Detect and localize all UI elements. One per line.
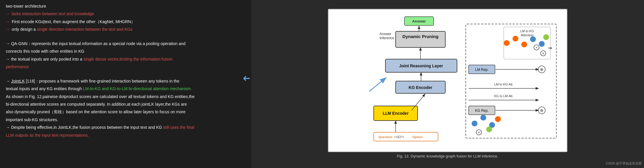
line-5: → QA-GNN：represents the input textual in… — [6, 40, 245, 47]
svg-point-29 — [539, 41, 545, 47]
svg-text:Question: Question — [378, 135, 392, 139]
svg-point-25 — [504, 40, 510, 46]
line-3: → First encode KGs|text, then augment th… — [6, 18, 245, 25]
svg-line-20 — [412, 94, 425, 110]
svg-text:✕: ✕ — [542, 52, 544, 55]
line-2: → lacks interaction between text and kno… — [6, 11, 245, 17]
svg-text:⇒: ⇒ — [548, 45, 552, 51]
svg-rect-21 — [466, 24, 556, 138]
svg-text:LM Rep.: LM Rep. — [475, 68, 488, 72]
blue-arrow-icon: ➜ — [243, 73, 250, 84]
svg-point-28 — [530, 36, 536, 42]
svg-text:LM to KG: LM to KG — [520, 29, 534, 33]
svg-text:Answer: Answer — [412, 19, 426, 23]
svg-text:Answer: Answer — [380, 32, 391, 36]
svg-line-57 — [369, 78, 385, 91]
line-14: important sub-KG structures. — [6, 116, 245, 123]
svg-text:Joint Reasoning Layer: Joint Reasoning Layer — [399, 64, 443, 68]
line-4: → only design a single direction interac… — [6, 26, 245, 32]
svg-text:⊕: ⊕ — [540, 108, 543, 113]
svg-text:LM to KG Att.: LM to KG Att. — [494, 83, 513, 86]
svg-text:Option: Option — [412, 135, 423, 139]
svg-text:Inference: Inference — [380, 36, 394, 40]
svg-text:LLM Encoder: LLM Encoder — [383, 111, 409, 116]
svg-text:✕: ✕ — [535, 46, 538, 49]
svg-point-53 — [495, 116, 501, 122]
line-12: bi-directional attentive scores are comp… — [6, 101, 245, 107]
svg-text:KG Encoder: KG Encoder — [409, 85, 432, 90]
line-6: connects this node with other entities i… — [6, 48, 245, 54]
line-7: → the textual inputs are only pooled int… — [6, 56, 245, 62]
svg-text:<SEP>: <SEP> — [394, 135, 404, 139]
svg-text:KG to LM Att.: KG to LM Att. — [494, 94, 513, 98]
svg-text:KG Rep.: KG Rep. — [475, 109, 489, 113]
svg-text:⊕: ⊕ — [540, 67, 543, 72]
line-13: also dynamically pruned（剪枝）based on the … — [6, 109, 245, 115]
svg-point-26 — [513, 36, 518, 42]
line-11: As shown in Fig. 12,pairwise dotproduct … — [6, 93, 245, 100]
svg-text:✕: ✕ — [478, 131, 480, 134]
svg-point-30 — [543, 34, 549, 40]
right-panel: ➜ Answer Answer Inference Dynamic Prunin… — [251, 0, 644, 168]
svg-point-27 — [521, 42, 527, 47]
svg-point-54 — [486, 126, 492, 132]
watermark: CSDN @不李如这些东西 — [606, 161, 642, 166]
line-16: LLM outputs as the input text representa… — [6, 132, 245, 138]
svg-text:Dynamic Pruning: Dynamic Pruning — [402, 34, 438, 39]
svg-text:Attention: Attention — [521, 33, 533, 37]
svg-point-51 — [480, 115, 486, 121]
diagram-svg: Answer Answer Inference Dynamic Pruning … — [334, 15, 562, 147]
line-1: two-tower architecture — [6, 3, 245, 9]
left-panel: two-tower architecture → lacks interacti… — [0, 0, 251, 168]
svg-point-50 — [472, 121, 477, 126]
diagram-container: Answer Answer Inference Dynamic Pruning … — [328, 9, 567, 152]
line-10: textual inputs and any KG entities throu… — [6, 85, 245, 92]
line-9: → JointLK [118]：proposes a framework wit… — [6, 78, 245, 84]
line-15: → Despite being effective,in JointLK,the… — [6, 124, 245, 131]
diagram-caption: Fig. 12. Dynamic knowledge graph fusion … — [397, 154, 498, 158]
line-8: performance — [6, 64, 245, 70]
